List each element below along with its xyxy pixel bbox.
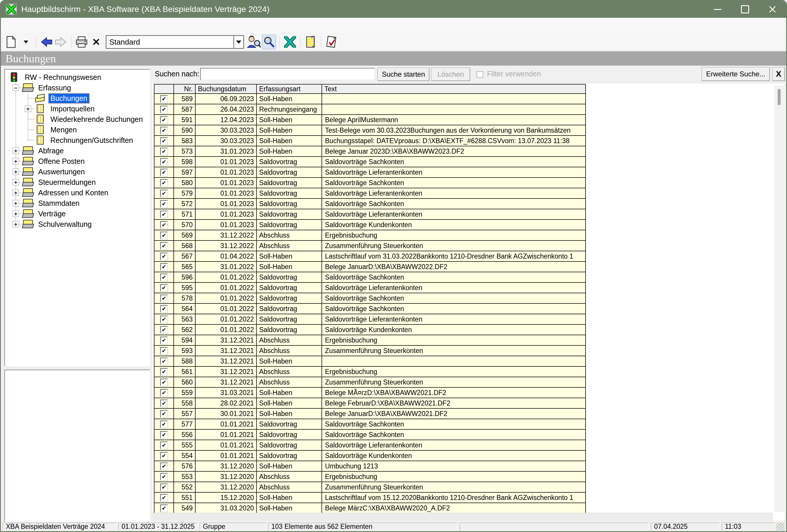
user-search-button[interactable]	[247, 35, 261, 49]
row-checkbox[interactable]	[160, 253, 168, 260]
table-row[interactable]: 558 28.02.2021 Soll-Haben Belege Februar…	[154, 398, 585, 409]
row-checkbox[interactable]	[160, 452, 168, 460]
tree-item[interactable]: Buchungen	[5, 93, 150, 104]
table-row[interactable]: 572 01.01.2023 Saldovortrag Saldovorträg…	[154, 199, 585, 209]
table-row[interactable]: 580 01.01.2023 Saldovortrag Saldovorträg…	[154, 178, 585, 188]
row-checkbox[interactable]	[160, 347, 168, 355]
tree-expander[interactable]: +	[13, 200, 19, 206]
row-checkbox[interactable]	[160, 158, 168, 166]
table-row[interactable]: 552 31.12.2020 Abschluss Zusammenführung…	[154, 482, 585, 493]
header-checkbox-column[interactable]	[154, 85, 174, 93]
row-checkbox[interactable]	[160, 211, 168, 218]
table-row[interactable]: 594 31.12.2021 Abschluss Ergebnisbuchung	[154, 335, 585, 346]
tree-item[interactable]: Rechnungen/Gutschriften	[5, 135, 150, 146]
view-profile-combo[interactable]: Standard	[106, 35, 244, 49]
row-checkbox[interactable]	[160, 337, 168, 344]
filter-checkbox[interactable]	[476, 71, 483, 78]
table-row[interactable]: 579 01.01.2023 Saldovortrag Saldovorträg…	[154, 188, 585, 199]
close-button[interactable]	[759, 1, 786, 18]
table-row[interactable]: 554 01.01.2021 Saldovortrag Saldovorträg…	[154, 451, 585, 461]
table-row[interactable]: 568 31.12.2022 Abschluss Zusammenführung…	[154, 241, 585, 251]
row-checkbox[interactable]	[160, 410, 168, 418]
row-checkbox[interactable]	[160, 137, 168, 145]
row-checkbox[interactable]	[160, 305, 168, 313]
clipboard-button[interactable]	[304, 35, 317, 49]
row-checkbox[interactable]	[160, 400, 168, 407]
row-checkbox[interactable]	[160, 505, 168, 512]
table-row[interactable]: 560 31.12.2021 Abschluss Zusammenführung…	[154, 377, 585, 388]
tree-item[interactable]: + Auswertungen	[5, 167, 150, 177]
header-erfassungsart[interactable]: Erfassungsart	[257, 85, 322, 93]
vertical-scrollbar[interactable]	[774, 85, 784, 512]
tree-item[interactable]: + Adressen und Konten	[5, 188, 150, 198]
row-checkbox[interactable]	[160, 463, 168, 470]
row-checkbox[interactable]	[160, 316, 168, 323]
row-checkbox[interactable]	[160, 242, 168, 250]
row-checkbox[interactable]	[160, 106, 168, 113]
row-checkbox[interactable]	[160, 232, 168, 239]
table-row[interactable]: 595 01.01.2022 Saldovortrag Saldovorträg…	[154, 283, 585, 293]
horizontal-scrollbar[interactable]	[152, 513, 773, 520]
new-document-button[interactable]	[4, 35, 18, 49]
row-checkbox[interactable]	[160, 484, 168, 491]
table-row[interactable]: 551 15.12.2020 Soll-Haben Lastschriftlau…	[154, 493, 585, 503]
row-checkbox[interactable]	[160, 431, 168, 439]
tree-expander[interactable]: +	[13, 179, 19, 185]
row-checkbox[interactable]	[160, 368, 168, 376]
search-start-button[interactable]: Suche starten	[378, 68, 429, 81]
row-checkbox[interactable]	[160, 190, 168, 197]
tree-item[interactable]: + Abfrage	[5, 146, 150, 156]
tree-item[interactable]: + Offene Posten	[5, 156, 150, 167]
new-document-dropdown[interactable]	[19, 35, 33, 49]
table-row[interactable]: 564 01.01.2022 Saldovortrag Saldovorträg…	[154, 304, 585, 314]
tree-expander[interactable]: +	[13, 148, 19, 154]
tree-item[interactable]: Mengen	[5, 125, 150, 135]
table-row[interactable]: 567 01.04.2022 Soll-Haben Lastschriftlau…	[154, 251, 585, 262]
table-row[interactable]: 549 31.03.2020 Soll-Haben Belege MärzC:\…	[154, 503, 585, 514]
table-row[interactable]: 576 31.12.2020 Soll-Haben Umbuchung 1213	[154, 461, 585, 472]
table-row[interactable]: 597 01.01.2023 Saldovortrag Saldovorträg…	[154, 167, 585, 178]
row-checkbox[interactable]	[160, 116, 168, 124]
row-checkbox[interactable]	[160, 200, 168, 208]
search-button[interactable]	[262, 35, 276, 49]
table-row[interactable]: 577 01.01.2021 Saldovortrag Saldovorträg…	[154, 419, 585, 430]
row-checkbox[interactable]	[160, 389, 168, 397]
menu-item[interactable]	[13, 18, 22, 33]
menu-item[interactable]	[42, 18, 52, 33]
row-checkbox[interactable]	[160, 358, 168, 365]
header-text[interactable]: Text	[322, 85, 585, 93]
row-checkbox[interactable]	[160, 326, 168, 334]
tree-item[interactable]: + Schulverwaltung	[5, 219, 150, 229]
minimize-button[interactable]	[704, 1, 731, 18]
table-row[interactable]: 563 01.01.2022 Saldovortrag Saldovorträg…	[154, 314, 585, 325]
table-row[interactable]: 589 06.09.2023 Soll-Haben	[154, 94, 585, 104]
table-row[interactable]: 555 01.01.2021 Saldovortrag Saldovorträg…	[154, 440, 585, 451]
tree-item[interactable]: + Verträge	[5, 208, 150, 219]
row-checkbox[interactable]	[160, 179, 168, 187]
tree-expander[interactable]: +	[13, 158, 19, 165]
row-checkbox[interactable]	[160, 127, 168, 134]
tree-item[interactable]: − Erfassung	[5, 83, 150, 93]
tree-item[interactable]: RW - Rechnungswesen	[5, 72, 150, 83]
tree-expander[interactable]: +	[13, 211, 19, 217]
row-checkbox[interactable]	[160, 284, 168, 292]
scrollbar-thumb[interactable]	[778, 89, 781, 105]
header-buchungsdatum[interactable]: Buchungsdatum	[196, 85, 257, 93]
tree-expander[interactable]: +	[13, 169, 19, 175]
table-row[interactable]: 590 30.03.2023 Soll-Haben Test-Belege vo…	[154, 125, 585, 136]
table-row[interactable]: 569 31.12.2022 Abschluss Ergebnisbuchung	[154, 230, 585, 241]
forward-button[interactable]	[54, 35, 68, 49]
table-row[interactable]: 553 31.12.2020 Abschluss Ergebnisbuchung	[154, 472, 585, 482]
table-row[interactable]: 587 26.04.2023 Rechnungseingang	[154, 104, 585, 115]
table-row[interactable]: 598 01.01.2023 Saldovortrag Saldovorträg…	[154, 157, 585, 167]
menu-item[interactable]	[33, 18, 42, 33]
row-checkbox[interactable]	[160, 473, 168, 481]
tree-item[interactable]: + Stammdaten	[5, 198, 150, 208]
table-row[interactable]: 559 31.03.2021 Soll-Haben Belege MÃ¤rzD:…	[154, 388, 585, 398]
table-row[interactable]: 578 01.01.2022 Saldovortrag Saldovorträg…	[154, 293, 585, 304]
table-row[interactable]: 571 01.01.2023 Saldovortrag Saldovorträg…	[154, 209, 585, 220]
combo-dropdown-icon[interactable]	[233, 36, 243, 48]
tree-item[interactable]: Wiederkehrende Buchungen	[5, 114, 150, 125]
table-row[interactable]: 591 12.04.2023 Soll-Haben Belege AprilMu…	[154, 115, 585, 125]
tree-expander[interactable]: +	[13, 221, 19, 227]
